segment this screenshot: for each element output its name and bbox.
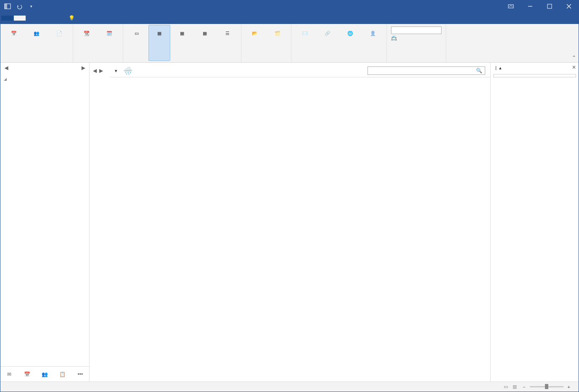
cal-next[interactable]: ▶ <box>99 68 103 74</box>
dayview-button[interactable]: ▭ <box>126 25 148 61</box>
collapse-ribbon-icon[interactable]: ⌃ <box>572 55 576 61</box>
view-normal-icon[interactable]: ▭ <box>502 384 510 389</box>
lightbulb-icon: 💡 <box>69 15 75 21</box>
cal-groups-icon: 🗂️ <box>271 26 284 40</box>
search-people-input[interactable] <box>391 26 442 34</box>
zoom-in[interactable]: + <box>568 384 570 389</box>
calendar-pane: ◀▶ ▾ 🌧️ 🔍 <box>90 63 490 381</box>
tab-send[interactable] <box>26 16 38 21</box>
ribbon: 📅 👥 📄 📆 🗓️ ▭ ▦ ▦ ▦ ☰ 📂 🗂️ ✉️ 🔗 <box>0 24 579 63</box>
minimize-button[interactable] <box>521 0 540 12</box>
new-appointment-button[interactable]: 📅 <box>3 25 25 61</box>
calendar-groups-button: 🗂️ <box>267 25 288 61</box>
tab-folder[interactable] <box>39 16 51 21</box>
undo-icon[interactable] <box>16 3 23 10</box>
nav-switcher: ✉ 📅 👥 📋 ••• <box>0 366 89 381</box>
new-items-icon: 📄 <box>53 26 66 40</box>
month-icon: ▦ <box>198 26 212 40</box>
search-icon[interactable]: 🔍 <box>476 68 482 74</box>
next7days-button[interactable]: 🗓️ <box>98 25 120 61</box>
share-cal-icon: 🔗 <box>321 26 334 40</box>
todo-sort-header[interactable]: | ▴ <box>491 63 579 73</box>
new-task-input[interactable] <box>493 74 576 77</box>
weather-widget[interactable]: 🌧️ <box>123 66 135 75</box>
qat-dropdown-icon[interactable]: ▾ <box>27 3 35 10</box>
ribbon-options-icon[interactable] <box>501 0 521 12</box>
workweek-icon: ▦ <box>153 26 166 40</box>
zoom-slider[interactable] <box>530 386 563 387</box>
view-reading-icon[interactable]: ▥ <box>511 384 518 389</box>
mini-calendar: ◀ ▶ <box>0 63 89 75</box>
calendar-grid[interactable] <box>90 77 490 381</box>
nav-tasks-icon[interactable]: 📋 <box>54 367 71 381</box>
calendar-search[interactable]: 🔍 <box>367 66 485 75</box>
weather-location[interactable]: ▾ <box>115 68 117 74</box>
new-appointment-icon: 📅 <box>7 26 21 40</box>
planview-button[interactable]: ☰ <box>217 25 238 61</box>
publish-icon: 🌐 <box>344 26 357 40</box>
status-bar: ▭ ▥ − + <box>0 381 579 392</box>
nav-root[interactable]: ◢ <box>1 76 88 82</box>
tab-view[interactable] <box>52 16 63 21</box>
new-items-button[interactable]: 📄 <box>48 25 70 61</box>
addressbook-button[interactable]: 📇 <box>391 35 442 41</box>
tab-start[interactable] <box>14 16 26 21</box>
plan-icon: ☰ <box>221 26 234 40</box>
zoom-out[interactable]: − <box>523 384 525 389</box>
monthview-button[interactable]: ▦ <box>194 25 216 61</box>
week-icon: ▦ <box>175 26 189 40</box>
titlebar: ▾ <box>0 0 579 12</box>
next7-icon: 🗓️ <box>103 26 116 40</box>
maximize-button[interactable] <box>540 0 559 12</box>
nav-people-icon[interactable]: 👥 <box>36 367 53 381</box>
nav-more-icon[interactable]: ••• <box>71 367 89 381</box>
publish-online-button[interactable]: 🌐 <box>339 25 361 61</box>
rain-icon: 🌧️ <box>123 66 132 75</box>
new-meeting-button[interactable]: 👥 <box>26 25 48 61</box>
weekview-button[interactable]: ▦ <box>171 25 193 61</box>
workweek-button[interactable]: ▦ <box>148 25 170 61</box>
perms-icon: 👤 <box>366 26 380 40</box>
share-calendar-button: 🔗 <box>317 25 338 61</box>
open-calendar-button[interactable]: 📂 <box>244 25 266 61</box>
minical-next[interactable]: ▶ <box>79 65 87 71</box>
today-icon: 📆 <box>80 26 93 40</box>
calendar-search-input[interactable] <box>370 68 476 74</box>
svg-rect-2 <box>508 5 513 8</box>
email-calendar-button[interactable]: ✉️ <box>294 25 316 61</box>
nav-mail-icon[interactable]: ✉ <box>0 367 18 381</box>
calendar-permissions-button: 👤 <box>362 25 384 61</box>
app-icon <box>4 3 11 10</box>
tab-file[interactable] <box>1 16 13 21</box>
navigation-pane: ◀ ▶ ◢ ✉ 📅 👥 📋 ••• <box>0 63 90 381</box>
ribbon-tabs: 💡 <box>0 12 579 24</box>
email-cal-icon: ✉️ <box>298 26 312 40</box>
cal-prev[interactable]: ◀ <box>93 68 97 74</box>
close-button[interactable] <box>559 0 579 12</box>
svg-rect-4 <box>547 4 552 8</box>
svg-rect-1 <box>5 4 7 9</box>
new-meeting-icon: 👥 <box>30 26 43 40</box>
open-cal-icon: 📂 <box>248 26 262 40</box>
today-button[interactable]: 📆 <box>76 25 98 61</box>
minical-prev[interactable]: ◀ <box>2 65 11 71</box>
folder-tree: ◢ <box>0 75 89 366</box>
todo-close-icon[interactable]: ✕ <box>572 64 576 70</box>
tell-me[interactable]: 💡 <box>64 15 82 21</box>
addressbook-icon: 📇 <box>391 35 397 41</box>
todo-pane: ✕ | ▴ <box>490 63 579 381</box>
dayview-icon: ▭ <box>130 26 143 40</box>
nav-calendar-icon[interactable]: 📅 <box>18 367 36 381</box>
